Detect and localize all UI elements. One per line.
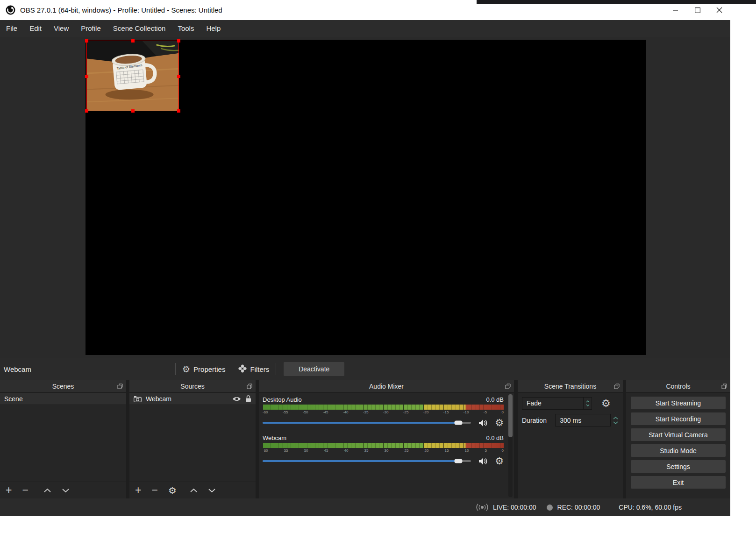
volume-slider[interactable] <box>263 460 471 462</box>
obs-window: OBS 27.0.1 (64-bit, windows) - Profile: … <box>0 0 730 516</box>
source-properties-button[interactable]: ⚙ <box>168 486 177 495</box>
resize-handle-middle-right[interactable] <box>177 75 180 78</box>
meter-scale-tick: 0 <box>501 448 503 453</box>
source-list-item[interactable]: Webcam <box>129 393 256 405</box>
scenes-toolbar: + − <box>0 482 126 498</box>
volume-slider-handle[interactable] <box>455 421 463 425</box>
menu-item-profile[interactable]: Profile <box>75 20 107 37</box>
menu-item-scene-collection[interactable]: Scene Collection <box>107 20 172 37</box>
volume-slider[interactable] <box>263 422 471 424</box>
remove-source-button[interactable]: − <box>151 485 157 496</box>
popout-icon[interactable] <box>247 384 252 389</box>
meter-scale-tick: -60 <box>263 448 268 453</box>
scene-list-item[interactable]: Scene <box>0 393 126 405</box>
resize-handle-middle-left[interactable] <box>85 75 88 78</box>
properties-button[interactable]: ⚙ Properties <box>176 365 232 374</box>
volume-meter <box>263 443 504 448</box>
meter-scale-tick: -15 <box>443 448 449 453</box>
resize-handle-bottom-right[interactable] <box>177 109 180 113</box>
settings-button[interactable]: Settings <box>631 460 726 473</box>
move-source-up-button[interactable] <box>190 488 198 493</box>
webcam-video-frame: Table of Elements <box>87 41 178 111</box>
start-virtual-camera-button[interactable]: Start Virtual Camera <box>631 428 726 441</box>
scene-name: Scene <box>4 395 23 403</box>
filters-icon <box>238 364 247 374</box>
volume-slider-handle[interactable] <box>455 459 463 463</box>
duration-spinbox[interactable]: 300 ms <box>555 414 611 426</box>
lock-icon[interactable] <box>245 395 251 402</box>
deactivate-button[interactable]: Deactivate <box>284 362 344 376</box>
popout-icon[interactable] <box>505 384 511 389</box>
meter-scale-tick: -20 <box>423 448 429 453</box>
scene-transitions-body: Fade ⚙ Duration 300 ms <box>518 393 623 498</box>
move-source-down-button[interactable] <box>208 488 216 493</box>
meter-scale-tick: -5 <box>484 448 487 453</box>
add-scene-button[interactable]: + <box>6 485 12 496</box>
resize-handle-top-right[interactable] <box>177 39 180 43</box>
speaker-mute-button[interactable] <box>478 419 488 427</box>
menu-item-tools[interactable]: Tools <box>171 20 200 37</box>
popout-icon[interactable] <box>117 384 123 389</box>
window-title: OBS 27.0.1 (64-bit, windows) - Profile: … <box>20 6 222 14</box>
scene-transitions-panel: Scene Transitions Fade <box>518 380 623 498</box>
menubar: File Edit View Profile Scene Collection … <box>0 20 730 37</box>
menu-item-help[interactable]: Help <box>200 20 227 37</box>
visibility-eye-icon[interactable] <box>232 396 241 402</box>
preview-canvas[interactable]: Table of Elements <box>86 40 646 355</box>
meter-scale-tick: -15 <box>443 410 449 415</box>
sources-toolbar: + − ⚙ <box>129 482 256 498</box>
resize-handle-top-left[interactable] <box>85 39 88 43</box>
menu-item-file[interactable]: File <box>0 20 23 37</box>
resize-handle-top-middle[interactable] <box>131 39 135 43</box>
scene-transitions-title: Scene Transitions <box>544 383 596 390</box>
filters-label: Filters <box>250 365 269 373</box>
menu-item-view[interactable]: View <box>48 20 75 37</box>
meter-scale-tick: 0 <box>501 410 503 415</box>
channel-level: 0.0 dB <box>486 396 504 404</box>
add-source-button[interactable]: + <box>135 485 141 496</box>
status-bar: LIVE: 00:00:00 REC: 00:00:00 CPU: 0.6%, … <box>0 498 730 516</box>
exit-button[interactable]: Exit <box>631 476 726 489</box>
meter-scale-tick: -10 <box>464 410 469 415</box>
transition-settings-gear[interactable]: ⚙ <box>601 398 611 409</box>
resize-handle-bottom-middle[interactable] <box>131 109 135 113</box>
channel-name: Webcam <box>263 434 286 442</box>
start-streaming-button[interactable]: Start Streaming <box>631 397 726 409</box>
mixer-channel-webcam: Webcam 0.0 dB -60-55-50-45-40-35-30-25-2… <box>263 434 504 466</box>
channel-settings-gear[interactable]: ⚙ <box>495 418 504 428</box>
channel-settings-gear[interactable]: ⚙ <box>495 456 504 466</box>
volume-slider-fill <box>263 460 458 462</box>
move-scene-up-button[interactable] <box>43 488 51 493</box>
scenes-panel-header: Scenes <box>0 380 126 393</box>
menu-item-edit[interactable]: Edit <box>23 20 48 37</box>
webcam-source-preview[interactable]: Table of Elements <box>86 41 179 111</box>
popout-icon[interactable] <box>614 384 620 389</box>
maximize-icon <box>695 7 700 13</box>
move-scene-down-button[interactable] <box>62 488 70 493</box>
resize-handle-bottom-left[interactable] <box>85 109 88 113</box>
properties-label: Properties <box>193 365 225 373</box>
transition-select-spinner[interactable] <box>583 398 592 409</box>
start-recording-button[interactable]: Start Recording <box>631 412 726 425</box>
rec-time: REC: 00:00:00 <box>557 504 600 511</box>
duration-spin-arrows[interactable] <box>613 416 619 425</box>
minimize-icon <box>673 7 678 13</box>
live-time: LIVE: 00:00:00 <box>493 504 536 511</box>
speaker-mute-button[interactable] <box>478 457 488 465</box>
mixer-scrollbar[interactable] <box>508 394 513 497</box>
transition-select[interactable]: Fade <box>522 397 592 410</box>
meter-scale-tick: -25 <box>403 448 409 453</box>
duration-label: Duration <box>522 417 551 424</box>
gear-icon: ⚙ <box>182 365 190 374</box>
meter-scale-tick: -25 <box>403 410 409 415</box>
studio-mode-button[interactable]: Studio Mode <box>631 444 726 457</box>
filters-button[interactable]: Filters <box>232 364 276 374</box>
audio-mixer-header: Audio Mixer <box>259 380 514 393</box>
camera-icon <box>134 396 142 402</box>
scene-transitions-header: Scene Transitions <box>518 380 623 393</box>
meter-scale-tick: -45 <box>323 410 328 415</box>
audio-mixer-title: Audio Mixer <box>369 383 404 390</box>
popout-icon[interactable] <box>721 384 727 389</box>
remove-scene-button[interactable]: − <box>22 485 28 496</box>
mixer-scrollbar-thumb[interactable] <box>508 394 513 437</box>
